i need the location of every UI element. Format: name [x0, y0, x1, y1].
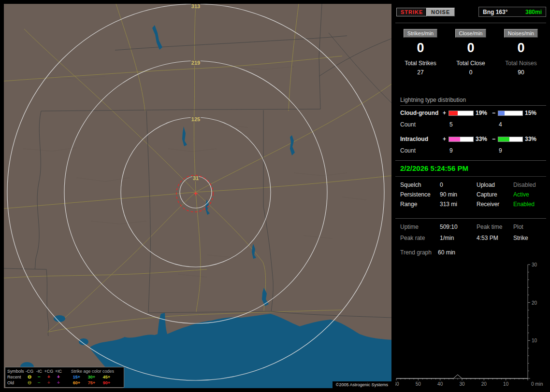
- svg-text:40: 40: [437, 381, 443, 386]
- intracloud-count-row: Count 9 9: [395, 147, 546, 155]
- capture-label: Capture: [477, 191, 497, 198]
- noise-toggle-button[interactable]: NOISE: [426, 8, 455, 16]
- intracloud-row: Intracloud + 33% − 33%: [395, 136, 546, 143]
- lightning-map[interactable]: 313 219 125 31: [4, 4, 391, 388]
- cg-minus-percent: 15%: [525, 110, 536, 116]
- ic-minus-count: 9: [499, 147, 502, 154]
- cloud-ground-label: Cloud-ground: [400, 110, 438, 116]
- svg-text:30: 30: [532, 262, 537, 267]
- svg-text:10: 10: [503, 381, 509, 386]
- separator: [395, 160, 546, 161]
- range-label: Range: [400, 201, 417, 208]
- receiver-status: Enabled: [513, 201, 535, 208]
- ic-plus-bar: [449, 137, 474, 142]
- neg-cg-old-icon: ⊖: [25, 380, 34, 385]
- uptime-row: Uptime 509:10 Peak time Plot: [395, 224, 546, 231]
- plot-mode-value: Strike: [513, 235, 528, 241]
- peak-time-value: 4:53 PM: [477, 235, 498, 241]
- pos-cg-recent-icon: +: [44, 375, 54, 379]
- age-code-30: 30+: [84, 375, 99, 379]
- trend-window-value: 60 min: [438, 249, 455, 256]
- squelch-row: Squelch 0 Upload Disabled: [395, 182, 546, 189]
- distribution-header: Lightning type distribution: [400, 97, 546, 106]
- total-close-value: 0: [446, 69, 496, 76]
- svg-text:50: 50: [416, 381, 421, 386]
- bearing-value: Bng 163°: [483, 9, 507, 15]
- upload-status: Disabled: [513, 182, 536, 188]
- legend-recent-label: Recent: [7, 375, 25, 379]
- intracloud-label: Intracloud: [400, 136, 428, 142]
- persistence-row: Persistence 90 min Capture Active: [395, 191, 546, 199]
- trend-graph-chart: 3020106050403020100 min: [395, 260, 546, 386]
- svg-text:20: 20: [532, 300, 537, 306]
- pos-cg-old-icon: +: [44, 380, 54, 385]
- cg-minus-count: 4: [499, 121, 502, 128]
- total-strikes-label: Total Strikes: [395, 60, 446, 67]
- cg-minus-bar-fill: [498, 111, 505, 115]
- svg-text:0 min: 0 min: [531, 381, 543, 386]
- neg-cg-recent-icon: ⊖: [25, 375, 34, 379]
- close-per-min-value: 0: [446, 40, 496, 56]
- ic-minus-bar: [498, 137, 523, 142]
- lightning-distribution: Lightning type distribution Cloud-ground…: [395, 97, 546, 155]
- receiver-label: Receiver: [477, 201, 499, 208]
- count-label: Count: [400, 121, 416, 128]
- range-ring-label: 219: [191, 60, 200, 66]
- count-label: Count: [400, 147, 416, 154]
- map-view[interactable]: 313 219 125 31 Symbols -CG -IC +CG +IC S…: [4, 4, 391, 388]
- bearing-range-display: Bng 163° 380mi: [478, 7, 546, 17]
- pos-ic-old-icon: +: [54, 380, 63, 385]
- ic-plus-percent: 33%: [476, 136, 487, 142]
- neg-ic-old-icon: −: [34, 380, 44, 385]
- datetime-display: 2/2/2026 5:24:56 PM: [400, 164, 468, 172]
- status-panel: STRIKE NOISE Bng 163° 380mi Strikes/min …: [395, 4, 546, 388]
- neg-ic-recent-icon: −: [34, 375, 44, 379]
- legend-col-neg-ic: -IC: [34, 369, 44, 374]
- legend-age-header: Strike age color codes: [63, 369, 122, 374]
- persistence-label: Persistence: [400, 191, 431, 198]
- noises-per-min-value: 0: [496, 40, 546, 56]
- total-close-label: Total Close: [446, 60, 496, 67]
- peak-rate-label: Peak rate: [400, 235, 425, 241]
- minus-sign: −: [492, 136, 495, 142]
- close-per-min-button[interactable]: Close/min: [455, 29, 487, 38]
- strike-toggle-button[interactable]: STRIKE: [396, 8, 427, 16]
- separator: [395, 218, 546, 219]
- lake: [79, 338, 88, 345]
- range-row: Range 313 mi Receiver Enabled: [395, 201, 546, 209]
- legend-col-pos-ic: +IC: [54, 369, 63, 374]
- range-value: 313 mi: [440, 201, 457, 208]
- peak-rate-row: Peak rate 1/min 4:53 PM Strike: [395, 235, 546, 242]
- trend-graph-label: Trend graph: [400, 249, 432, 256]
- age-code-90: 90+: [99, 380, 114, 385]
- separator: [395, 176, 546, 177]
- strikes-per-min-button[interactable]: Strikes/min: [404, 29, 437, 38]
- legend-old-row: Old ⊖ − + + 60+ 75+ 90+: [7, 380, 122, 386]
- bearing-range-value: 380mi: [525, 9, 542, 15]
- legend-header-row: Symbols -CG -IC +CG +IC Strike age color…: [7, 368, 122, 374]
- cg-plus-bar: [449, 111, 474, 116]
- age-code-60: 60+: [69, 380, 84, 385]
- plus-sign: +: [443, 136, 446, 142]
- cg-plus-percent: 19%: [476, 110, 487, 116]
- persistence-value: 90 min: [440, 191, 457, 198]
- ic-plus-count: 9: [449, 147, 453, 154]
- cg-minus-bar: [498, 111, 523, 116]
- ic-minus-bar-fill: [498, 137, 509, 141]
- strikes-column: Strikes/min 0 Total Strikes 27: [395, 29, 446, 76]
- legend-old-label: Old: [7, 380, 25, 385]
- age-code-75: 75+: [84, 380, 99, 385]
- total-strikes-value: 27: [395, 69, 446, 76]
- peak-rate-value: 1/min: [440, 235, 454, 241]
- cg-plus-count: 5: [449, 121, 453, 128]
- noises-column: Noises/min 0 Total Noises 90: [496, 29, 546, 76]
- ic-plus-bar-fill: [449, 137, 460, 141]
- noises-per-min-button[interactable]: Noises/min: [504, 29, 538, 38]
- upload-label: Upload: [477, 182, 495, 188]
- plus-sign: +: [443, 110, 446, 116]
- ic-minus-percent: 33%: [525, 136, 536, 142]
- copyright-text: ©2005 Astrogenic Systems: [333, 381, 391, 388]
- svg-text:30: 30: [459, 381, 465, 386]
- rate-stats: Strikes/min 0 Total Strikes 27 Close/min…: [395, 29, 546, 76]
- age-code-15: 15+: [69, 375, 84, 379]
